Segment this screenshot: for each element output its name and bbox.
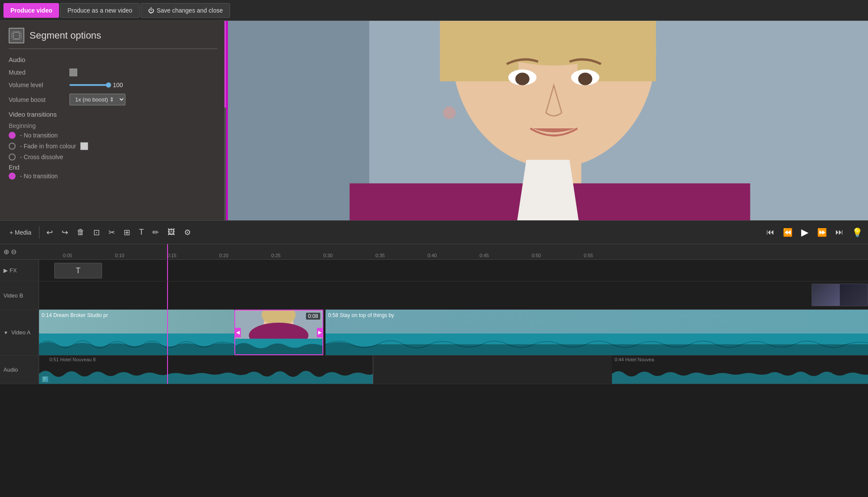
skip-fwd-icon: ⏭ [835,228,843,237]
volume-boost-select[interactable]: 1x (no boost) ⇕ [69,94,125,105]
media-button[interactable]: + Media [5,226,36,239]
fx-expand-icon[interactable]: ▶ [3,267,8,274]
svg-rect-5 [13,37,14,38]
video-a-clip-1[interactable]: 0:14 Dream Broker Studio pr [39,310,234,355]
play-button[interactable]: ▶ [798,224,812,241]
clip-2-duration: 0:08 [306,313,320,320]
produce-video-button[interactable]: Produce video [3,3,59,18]
audio-track-row: Audio 0:51 Hotel Nouveau 8 📊 0:44 Hotel … [0,356,868,384]
scroll-indicator [224,21,226,220]
svg-rect-14 [440,21,519,82]
video-a-playhead [167,310,168,355]
trim-button[interactable]: ⊞ [120,225,134,240]
save-close-button[interactable]: ⏻ Save changes and close [141,3,230,18]
ruler-mark-4: 0:25 [271,253,280,258]
ruler-mark-1: 0:10 [115,253,124,258]
skip-back-button[interactable]: ⏮ [763,225,778,239]
video-preview [228,21,868,220]
playhead[interactable] [167,244,168,260]
copy-icon: ⊡ [93,228,100,237]
ruler-mark-3: 0:20 [219,253,228,258]
timeline-area: ⊕ ⊖ 0:05 0:10 0:15 0:20 0:25 0:30 0:35 0… [0,244,868,497]
video-b-clip[interactable] [812,284,868,306]
video-b-content [39,281,868,309]
fast-forward-icon: ⏩ [817,228,827,237]
rewind-button[interactable]: ⏪ [779,225,796,240]
cross-dissolve-radio[interactable] [9,154,16,160]
svg-point-22 [515,73,529,85]
produce-new-video-button[interactable]: Produce as a new video [60,3,139,18]
svg-rect-6 [19,33,20,34]
no-transition-end-radio[interactable] [9,173,16,180]
settings-button[interactable]: ⚙ [181,225,194,240]
trash-icon: 🗑 [77,228,85,237]
no-transition-beginning-label: - No transition [20,132,58,139]
audio-clip-2-label: 0:44 Hotel Nouvea [615,357,654,362]
svg-rect-3 [13,33,14,34]
fx-playhead [167,260,168,281]
image-button[interactable]: 🖼 [164,225,179,239]
clip-2-right-handle[interactable]: ▶ [317,328,323,337]
save-close-label: Save changes and close [157,7,223,14]
delete-button[interactable]: 🗑 [73,225,88,239]
light-icon: 💡 [852,227,863,238]
edit-button[interactable]: ✏ [149,225,162,240]
beginning-label: Beginning [9,122,217,129]
no-transition-beginning-radio[interactable] [9,132,16,139]
top-bar: Produce video Produce as a new video ⏻ S… [0,0,868,21]
fx-track-row: ▶ FX T [0,260,868,281]
audio-section-label: Audio [9,56,217,63]
redo-button[interactable]: ↪ [58,225,72,240]
cut-button[interactable]: ✂ [105,225,118,240]
fade-color-swatch[interactable] [80,142,88,150]
ruler-mark-5: 0:30 [323,253,332,258]
power-icon: ⏻ [148,7,154,14]
svg-point-23 [578,73,592,85]
skip-back-icon: ⏮ [766,228,774,237]
fade-in-radio[interactable] [9,143,16,150]
video-a-label: ▼ Video A [0,310,39,355]
fx-track-content: T [39,260,868,281]
video-a-clip-2-selected[interactable]: 0:08 ◀ ▶ [234,310,323,355]
fade-in-label: - Fade in from colour [20,143,76,150]
skip-fwd-button[interactable]: ⏭ [832,225,847,239]
audio-clip-2[interactable]: 0:44 Hotel Nouvea [612,356,868,384]
video-a-clip-3[interactable]: 0:58 Stay on top of things by [326,310,868,355]
transitions-label: Video transitions [9,111,217,118]
segment-title: Segment options [30,30,101,41]
undo-button[interactable]: ↩ [43,225,56,240]
fast-forward-button[interactable]: ⏩ [814,225,830,240]
video-a-track-row: ▼ Video A 0:14 Dream Broker Studio pr [0,310,868,356]
muted-checkbox[interactable] [69,69,77,76]
copy-button[interactable]: ⊡ [90,225,103,240]
volume-slider[interactable] [69,84,108,86]
svg-point-24 [443,106,456,119]
svg-rect-4 [13,35,14,36]
toolbar: + Media ↩ ↪ 🗑 ⊡ ✂ ⊞ T ✏ 🖼 ⚙ ⏮ ⏪ ▶ [0,220,868,244]
image-icon: 🖼 [168,228,175,237]
zoom-controls: ⊕ ⊖ [0,248,39,256]
clip-3-label: 0:58 Stay on top of things by [328,312,394,318]
ruler-mark-0: 0:05 [63,253,72,258]
video-a-expand[interactable]: ▼ [3,330,8,335]
video-frame [228,21,868,220]
text-button[interactable]: T [135,225,147,239]
undo-icon: ↩ [46,228,53,237]
zoom-in-button[interactable]: ⊕ [3,248,9,256]
track-rows: ▶ FX T Video B ▼ [0,260,868,384]
audio-track-content: 0:51 Hotel Nouveau 8 📊 0:44 Hotel Nouvea [39,356,868,384]
ruler-mark-10: 0:55 [584,253,593,258]
text-icon: T [139,228,144,237]
end-label: End [9,164,217,171]
audio-clip-1[interactable]: 0:51 Hotel Nouveau 8 📊 [39,356,373,384]
gear-icon: ⚙ [184,228,191,237]
transport-controls: ⏮ ⏪ ▶ ⏩ ⏭ 💡 [763,224,863,241]
fx-text-clip[interactable]: T [54,263,102,278]
ruler-mark-2: 0:15 [167,253,176,258]
video-a-content: 0:14 Dream Broker Studio pr [39,310,868,355]
clip-2-left-handle[interactable]: ◀ [235,328,241,337]
segment-options-panel: Segment options Audio Muted Volume level… [0,21,228,220]
zoom-out-button[interactable]: ⊖ [11,248,16,256]
ruler-marks: 0:05 0:10 0:15 0:20 0:25 0:30 0:35 0:40 … [39,244,868,260]
ruler-mark-6: 0:35 [375,253,385,258]
